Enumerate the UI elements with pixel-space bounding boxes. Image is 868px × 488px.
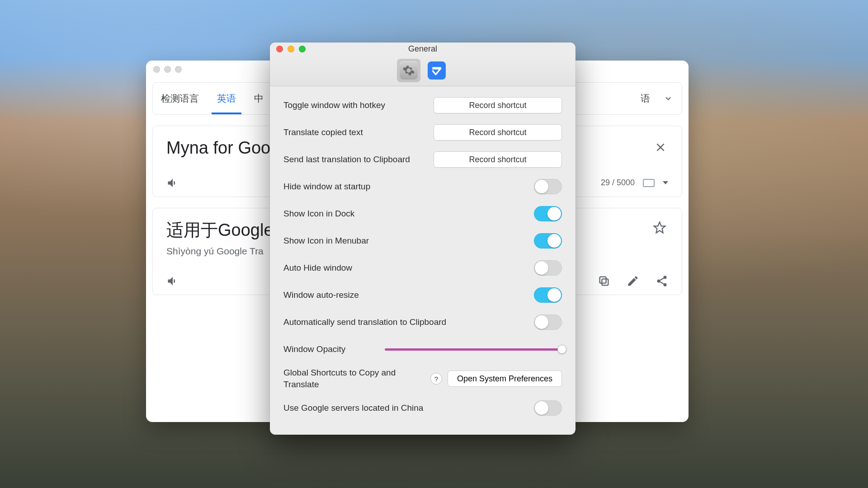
slider-thumb[interactable] — [557, 345, 566, 354]
opacity-slider[interactable] — [385, 348, 562, 351]
row-hide-startup: Hide window at startup — [283, 173, 562, 200]
label-china-servers: Use Google servers located in China — [283, 403, 534, 413]
traffic-minimize[interactable] — [164, 66, 171, 73]
toggle-hide-startup[interactable] — [534, 179, 562, 194]
toggle-menubar-icon[interactable] — [534, 233, 562, 249]
toggle-china-servers[interactable] — [534, 400, 562, 416]
traffic-zoom[interactable] — [175, 66, 182, 73]
toggle-auto-hide[interactable] — [534, 260, 562, 276]
row-china-servers: Use Google servers located in China — [283, 394, 562, 422]
row-auto-resize: Window auto-resize — [283, 282, 562, 309]
help-icon[interactable]: ? — [430, 373, 442, 385]
row-dock-icon: Show Icon in Dock — [283, 200, 562, 227]
prefs-titlebar[interactable]: General — [270, 42, 576, 55]
zoom-icon[interactable] — [299, 46, 306, 52]
toggle-dock-icon[interactable] — [534, 206, 562, 221]
svg-point-3 — [657, 280, 660, 283]
svg-point-2 — [664, 276, 667, 279]
tab-statusbar[interactable] — [425, 59, 448, 82]
label-global-shortcuts: Global Shortcuts to Copy and Translate — [283, 367, 430, 390]
label-auto-hide: Auto Hide window — [283, 263, 534, 273]
label-dock-icon: Show Icon in Dock — [283, 209, 534, 219]
label-auto-clipboard: Automatically send translation to Clipbo… — [283, 317, 534, 327]
listen-source-icon[interactable] — [166, 177, 179, 189]
keyboard-icon[interactable] — [643, 179, 655, 187]
save-translation-icon[interactable] — [653, 221, 666, 235]
row-global-shortcuts: Global Shortcuts to Copy and Translate ?… — [283, 363, 562, 394]
row-translate-copied: Translate copied text Record shortcut — [283, 119, 562, 146]
row-opacity: Window Opacity — [283, 336, 562, 363]
target-lang-tab[interactable]: 语 — [641, 92, 650, 105]
edit-result-icon[interactable] — [627, 275, 639, 287]
record-shortcut-toggle[interactable]: Record shortcut — [434, 97, 562, 113]
prefs-title: General — [270, 44, 576, 54]
statusbar-icon — [428, 61, 446, 80]
toggle-auto-clipboard[interactable] — [534, 314, 562, 330]
traffic-close[interactable] — [153, 66, 160, 73]
source-lang-chinese[interactable]: 中 — [254, 83, 264, 114]
label-hide-startup: Hide window at startup — [283, 182, 534, 192]
char-count: 29 / 5000 — [601, 178, 635, 188]
label-menubar-icon: Show Icon in Menubar — [283, 236, 534, 246]
row-menubar-icon: Show Icon in Menubar — [283, 227, 562, 254]
label-opacity: Window Opacity — [283, 344, 353, 354]
row-auto-clipboard: Automatically send translation to Clipbo… — [283, 309, 562, 336]
row-toggle-hotkey: Toggle window with hotkey Record shortcu… — [283, 92, 562, 119]
prefs-toolbar — [270, 55, 576, 86]
preferences-window: General Toggle window with hotkey Record… — [270, 42, 576, 435]
source-lang-detect[interactable]: 检测语言 — [161, 83, 199, 114]
minimize-icon[interactable] — [288, 46, 294, 52]
close-icon[interactable] — [276, 46, 283, 52]
gear-icon — [400, 61, 418, 80]
label-send-clipboard: Send last translation to Clipboard — [283, 155, 434, 164]
source-lang-english[interactable]: 英语 — [217, 83, 236, 114]
label-toggle-hotkey: Toggle window with hotkey — [283, 100, 434, 110]
listen-result-icon[interactable] — [166, 275, 179, 287]
share-result-icon[interactable] — [656, 275, 668, 287]
record-shortcut-copied[interactable]: Record shortcut — [434, 124, 562, 141]
row-send-clipboard: Send last translation to Clipboard Recor… — [283, 146, 562, 173]
svg-rect-0 — [602, 279, 608, 286]
row-auto-hide: Auto Hide window — [283, 254, 562, 282]
record-shortcut-clipboard[interactable]: Record shortcut — [434, 151, 562, 168]
target-lang-more-icon[interactable] — [664, 94, 673, 103]
clear-source-icon[interactable] — [655, 141, 666, 153]
tab-general[interactable] — [397, 59, 420, 82]
toggle-auto-resize[interactable] — [534, 287, 562, 303]
svg-point-4 — [664, 283, 667, 286]
open-system-preferences-button[interactable]: Open System Preferences — [448, 371, 562, 387]
keyboard-caret-icon[interactable] — [663, 181, 668, 184]
svg-rect-1 — [600, 277, 606, 283]
copy-result-icon[interactable] — [598, 275, 610, 287]
label-translate-copied: Translate copied text — [283, 127, 434, 137]
label-auto-resize: Window auto-resize — [283, 290, 534, 300]
